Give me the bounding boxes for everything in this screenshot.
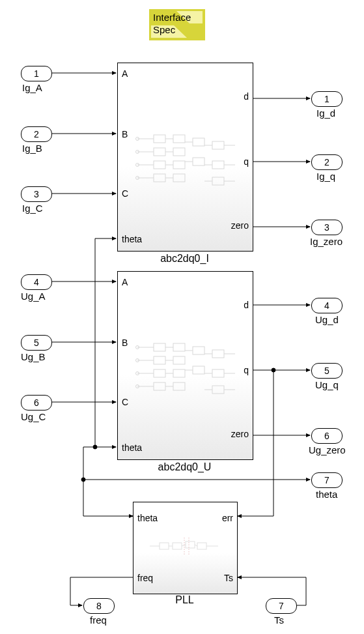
interface-line1: Interface	[153, 12, 191, 23]
interface-line2: Spec	[153, 24, 175, 35]
signal-lines	[0, 0, 364, 634]
svg-point-93	[93, 445, 97, 449]
simulink-diagram: { "interface": { "line1": "Interface", "…	[0, 0, 364, 634]
svg-point-92	[81, 478, 85, 482]
